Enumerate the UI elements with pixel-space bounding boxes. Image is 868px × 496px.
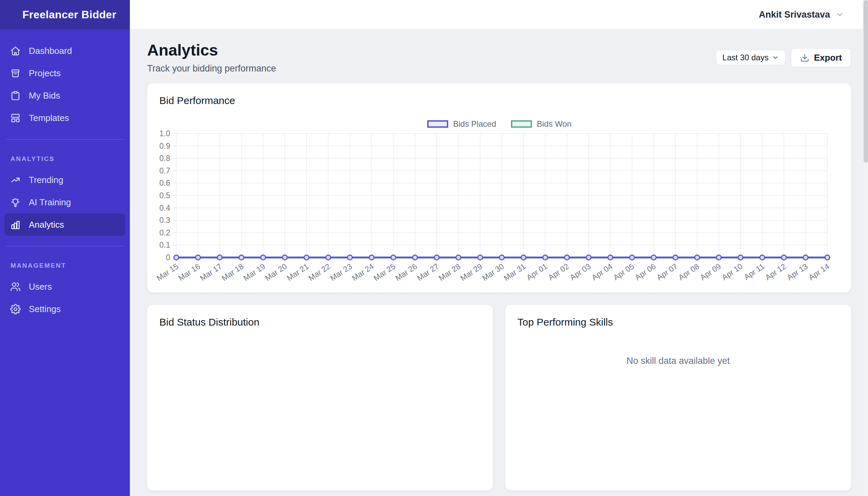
user-menu[interactable]: Ankit Srivastava — [759, 10, 844, 20]
svg-text:Mar 31: Mar 31 — [502, 262, 527, 283]
svg-text:Mar 22: Mar 22 — [307, 262, 332, 283]
sidebar-item-label: Dashboard — [29, 46, 72, 56]
sidebar-item-label: Settings — [29, 304, 61, 314]
sidebar-item-label: Users — [29, 281, 52, 292]
svg-text:Apr 05: Apr 05 — [612, 262, 636, 282]
legend-swatch — [511, 120, 532, 128]
clipboard-icon — [10, 91, 21, 101]
svg-text:Mar 15: Mar 15 — [155, 262, 180, 283]
legend-label: Bids Placed — [453, 119, 496, 129]
sidebar-item-label: Projects — [29, 68, 61, 79]
sidebar-nav: Dashboard Projects My Bids Templates ANA… — [0, 30, 130, 320]
user-name: Ankit Srivastava — [759, 10, 830, 20]
svg-text:Mar 27: Mar 27 — [415, 262, 440, 283]
svg-text:Apr 01: Apr 01 — [525, 262, 549, 282]
layout-icon — [10, 113, 21, 123]
sidebar-item-users[interactable]: Users — [4, 276, 125, 298]
section-label-analytics: ANALYTICS — [4, 150, 125, 169]
sidebar-item-label: My Bids — [29, 91, 60, 101]
card-title: Top Performing Skills — [518, 316, 839, 328]
sidebar-item-projects[interactable]: Projects — [4, 62, 125, 84]
page-subtitle: Track your bidding performance — [147, 63, 276, 74]
scrollbar-thumb[interactable] — [864, 0, 868, 162]
svg-text:Apr 03: Apr 03 — [568, 262, 592, 282]
svg-text:Mar 17: Mar 17 — [198, 262, 223, 283]
card-title: Bid Status Distribution — [159, 316, 481, 328]
download-icon — [800, 53, 809, 62]
date-range-select[interactable]: Last 30 days — [716, 50, 785, 65]
svg-text:Apr 10: Apr 10 — [720, 262, 744, 282]
page-header: Analytics Track your bidding performance… — [147, 41, 851, 74]
legend-item-bids-won[interactable]: Bids Won — [511, 119, 571, 129]
legend-label: Bids Won — [537, 119, 571, 129]
svg-text:Apr 11: Apr 11 — [742, 262, 766, 281]
svg-text:Mar 25: Mar 25 — [372, 262, 397, 283]
sidebar-item-ai-training[interactable]: AI Training — [4, 191, 125, 214]
sidebar: Freelancer Bidder Dashboard Projects My … — [0, 0, 130, 496]
sidebar-divider — [6, 246, 124, 246]
bid-performance-chart: 1.00.90.80.70.60.50.40.30.20.10Mar 15Mar… — [159, 129, 839, 292]
svg-text:Mar 28: Mar 28 — [437, 262, 462, 283]
svg-text:Apr 09: Apr 09 — [699, 262, 722, 282]
app-title: Freelancer Bidder — [0, 0, 130, 30]
svg-text:Mar 26: Mar 26 — [394, 262, 419, 283]
svg-text:1.0: 1.0 — [159, 129, 170, 138]
scrollbar-track[interactable] — [863, 0, 868, 496]
svg-text:0.9: 0.9 — [159, 142, 170, 151]
export-button[interactable]: Export — [791, 48, 851, 67]
gear-icon — [10, 304, 21, 314]
svg-text:Mar 19: Mar 19 — [242, 262, 267, 283]
svg-text:0.3: 0.3 — [159, 216, 170, 224]
chevron-down-icon — [772, 54, 779, 61]
sidebar-item-label: AI Training — [29, 197, 71, 208]
svg-text:Mar 29: Mar 29 — [459, 262, 484, 283]
sidebar-item-label: Analytics — [29, 219, 64, 230]
svg-text:Mar 30: Mar 30 — [480, 262, 506, 283]
svg-text:Apr 04: Apr 04 — [590, 262, 614, 282]
svg-text:0.7: 0.7 — [159, 166, 170, 175]
sidebar-item-label: Templates — [29, 113, 69, 123]
sidebar-item-dashboard[interactable]: Dashboard — [4, 40, 125, 62]
svg-text:0.8: 0.8 — [159, 154, 170, 162]
svg-text:Apr 12: Apr 12 — [764, 262, 788, 282]
page-controls: Last 30 days Export — [716, 49, 851, 66]
users-icon — [10, 281, 21, 292]
svg-text:0.2: 0.2 — [159, 228, 170, 237]
svg-text:Apr 02: Apr 02 — [547, 262, 571, 282]
trending-up-icon — [10, 175, 21, 185]
sidebar-item-trending[interactable]: Trending — [4, 169, 125, 191]
cards-row: Bid Status Distribution Top Performing S… — [147, 305, 851, 491]
chevron-down-icon — [836, 10, 844, 19]
empty-state-message: No skill data available yet — [518, 356, 839, 366]
chart-legend: Bids Placed Bids Won — [159, 119, 839, 129]
svg-text:0.5: 0.5 — [159, 191, 170, 200]
topbar: Ankit Srivastava — [130, 0, 868, 30]
section-label-management: MANAGEMENT — [4, 257, 125, 276]
card-title: Bid Performance — [159, 95, 839, 106]
svg-text:Mar 24: Mar 24 — [350, 262, 375, 282]
main-content: Analytics Track your bidding performance… — [130, 30, 868, 496]
card-bid-performance: Bid Performance Bids Placed Bids Won 1.0… — [147, 83, 851, 293]
sidebar-item-analytics[interactable]: Analytics — [4, 214, 125, 236]
svg-text:Apr 13: Apr 13 — [785, 262, 809, 282]
legend-item-bids-placed[interactable]: Bids Placed — [427, 119, 496, 129]
sidebar-item-label: Trending — [29, 175, 63, 185]
svg-text:Mar 18: Mar 18 — [220, 262, 245, 283]
card-bid-status: Bid Status Distribution — [147, 305, 493, 491]
svg-text:Apr 07: Apr 07 — [655, 262, 679, 282]
sidebar-item-my-bids[interactable]: My Bids — [4, 84, 125, 107]
bar-chart-icon — [10, 219, 21, 230]
svg-text:0.1: 0.1 — [159, 241, 170, 249]
svg-text:Mar 23: Mar 23 — [329, 262, 354, 283]
svg-text:Apr 06: Apr 06 — [633, 262, 657, 282]
sidebar-divider — [6, 139, 124, 140]
svg-text:0: 0 — [166, 253, 170, 262]
legend-swatch — [427, 120, 448, 128]
svg-text:Mar 21: Mar 21 — [285, 262, 310, 283]
svg-text:Apr 08: Apr 08 — [677, 262, 701, 282]
sidebar-item-settings[interactable]: Settings — [4, 298, 125, 320]
home-icon — [10, 46, 21, 56]
lightbulb-icon — [10, 197, 21, 208]
export-label: Export — [814, 52, 842, 63]
sidebar-item-templates[interactable]: Templates — [4, 107, 125, 129]
